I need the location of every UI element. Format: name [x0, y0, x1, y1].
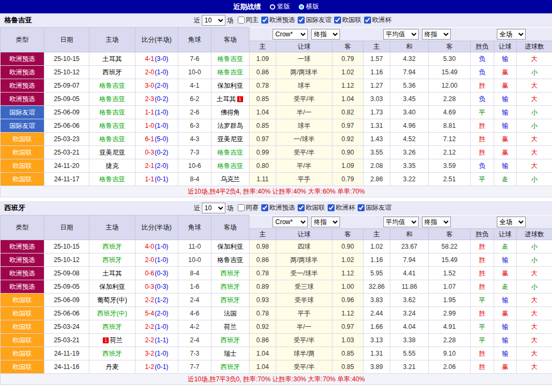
score[interactable]: 4-0(1-0) — [135, 240, 178, 253]
home-team[interactable]: 西班牙 — [89, 347, 135, 360]
odds-company-select[interactable]: Crow* — [273, 217, 308, 227]
half-score: (0-1) — [155, 175, 168, 183]
filter-option[interactable]: 同主 — [238, 16, 259, 25]
filter-option[interactable]: 欧洲预选 — [261, 16, 295, 25]
home-team[interactable]: 1荷兰 — [89, 334, 135, 347]
avg-away-odds: 15.49 — [429, 66, 471, 79]
away-team[interactable]: 西班牙 — [211, 360, 249, 374]
filter-checkbox[interactable] — [328, 204, 335, 211]
recent-count-select[interactable]: 10 — [202, 203, 225, 213]
filter-option[interactable]: 同赛 — [238, 203, 259, 212]
home-team[interactable]: 亚美尼亚 — [89, 146, 135, 159]
score[interactable]: 2-0(1-0) — [135, 66, 178, 79]
filter-checkbox[interactable] — [334, 17, 341, 24]
score[interactable]: 3-0(2-0) — [135, 79, 178, 93]
home-team[interactable]: 土耳其 — [89, 52, 135, 66]
away-team[interactable]: 西班牙 — [211, 280, 249, 294]
handicap-odds-type-select[interactable]: 终指 — [311, 29, 340, 40]
filter-checkbox[interactable] — [261, 204, 268, 211]
home-team[interactable]: 丹麦 — [89, 360, 135, 374]
home-team[interactable]: 格鲁吉亚 — [89, 106, 135, 119]
score[interactable]: 2-2(1-2) — [135, 294, 178, 307]
score[interactable]: 1-2(0-1) — [135, 360, 178, 374]
home-team[interactable]: 保加利亚 — [89, 280, 135, 294]
handicap-home-odds: 1.11 — [249, 173, 276, 186]
home-team[interactable]: 葡萄牙(中) — [89, 294, 135, 307]
scope-select[interactable]: 全场 — [497, 29, 526, 40]
away-team[interactable]: 西班牙 — [211, 267, 249, 280]
scope-select[interactable]: 全场 — [497, 217, 526, 227]
odds-company-select[interactable]: Crow* — [273, 29, 308, 40]
away-team[interactable]: 格鲁吉亚 — [211, 253, 249, 267]
filter-option[interactable]: 欧洲杯 — [328, 203, 355, 212]
avg-odds-select[interactable]: 平均值 — [383, 29, 419, 40]
filter-checkbox[interactable] — [298, 204, 305, 211]
home-team[interactable]: 格鲁吉亚 — [89, 119, 135, 133]
home-team[interactable]: 西班牙 — [89, 253, 135, 267]
filter-option[interactable]: 国际友谊 — [298, 16, 331, 25]
away-team[interactable]: 格鲁吉亚 — [211, 52, 249, 66]
away-team[interactable]: 格鲁吉亚 — [211, 159, 249, 173]
filter-option[interactable]: 欧国联 — [298, 203, 325, 212]
score[interactable]: 4-1(3-0) — [135, 52, 178, 66]
score[interactable]: 2-2(1-1) — [135, 334, 178, 347]
home-team[interactable]: 西班牙 — [89, 66, 135, 79]
home-team[interactable]: 土耳其 — [89, 267, 135, 280]
filter-checkbox[interactable] — [298, 17, 305, 24]
filter-checkbox[interactable] — [364, 17, 371, 24]
away-team[interactable]: 保加利亚 — [211, 240, 249, 253]
filter-option[interactable]: 欧洲杯 — [364, 16, 391, 25]
away-team[interactable]: 法国 — [211, 307, 249, 320]
score[interactable]: 2-3(0-2) — [135, 93, 178, 106]
europe-odds-type-select[interactable]: 终指 — [422, 217, 451, 227]
away-team[interactable]: 土耳其1 — [211, 93, 249, 106]
home-team[interactable]: 格鲁吉亚 — [89, 173, 135, 186]
away-team[interactable]: 荷兰 — [211, 320, 249, 334]
col-header-avg-away: 客 — [429, 229, 471, 240]
score[interactable]: 6-1(5-0) — [135, 133, 178, 146]
away-team[interactable]: 亚美尼亚 — [211, 133, 249, 146]
away-team[interactable]: 乌克兰 — [211, 173, 249, 186]
away-team[interactable]: 西班牙 — [211, 334, 249, 347]
home-team[interactable]: 西班牙 — [89, 240, 135, 253]
score[interactable]: 1-1(0-1) — [135, 173, 178, 186]
filter-option[interactable]: 欧国联 — [334, 16, 361, 25]
handicap-odds-type-select[interactable]: 终指 — [311, 217, 340, 227]
home-team[interactable]: 西班牙 — [89, 320, 135, 334]
away-team[interactable]: 保加利亚 — [211, 79, 249, 93]
filter-checkbox[interactable] — [358, 204, 365, 211]
filter-checkbox[interactable] — [261, 17, 268, 24]
home-team[interactable]: 格鲁吉亚 — [89, 79, 135, 93]
goals-result: 小 — [517, 173, 552, 186]
avg-away-odds: 2.51 — [429, 173, 471, 186]
filter-option[interactable]: 欧洲预选 — [261, 203, 295, 212]
score[interactable]: 2-1(2-0) — [135, 159, 178, 173]
filter-checkbox[interactable] — [238, 204, 245, 211]
home-team[interactable]: 格鲁吉亚 — [89, 93, 135, 106]
recent-count-select[interactable]: 10 — [202, 15, 225, 26]
score[interactable]: 0-3(0-2) — [135, 146, 178, 159]
away-team[interactable]: 法罗群岛 — [211, 119, 249, 133]
filter-checkbox[interactable] — [238, 17, 245, 24]
away-team[interactable]: 西班牙 — [211, 294, 249, 307]
layout-option-horizontal[interactable]: 横版 — [299, 2, 319, 11]
score[interactable]: 2-2(1-0) — [135, 320, 178, 334]
home-team[interactable]: 捷克 — [89, 159, 135, 173]
away-team[interactable]: 瑞士 — [211, 347, 249, 360]
avg-odds-select[interactable]: 平均值 — [383, 217, 419, 227]
home-team[interactable]: 西班牙(中) — [89, 307, 135, 320]
score[interactable]: 2-0(1-0) — [135, 253, 178, 267]
away-team[interactable]: 格鲁吉亚 — [211, 66, 249, 79]
score[interactable]: 1-1(1-0) — [135, 106, 178, 119]
score[interactable]: 1-0(1-0) — [135, 119, 178, 133]
score[interactable]: 0-3(0-3) — [135, 280, 178, 294]
filter-option[interactable]: 国际友谊 — [358, 203, 391, 212]
away-team[interactable]: 格鲁吉亚 — [211, 146, 249, 159]
layout-option-vertical[interactable]: 竖版 — [270, 2, 290, 11]
score[interactable]: 0-6(0-3) — [135, 267, 178, 280]
score[interactable]: 3-2(1-0) — [135, 347, 178, 360]
away-team[interactable]: 佛得角 — [211, 106, 249, 119]
europe-odds-type-select[interactable]: 终指 — [422, 29, 451, 40]
score[interactable]: 5-4(2-0) — [135, 307, 178, 320]
home-team[interactable]: 格鲁吉亚 — [89, 133, 135, 146]
